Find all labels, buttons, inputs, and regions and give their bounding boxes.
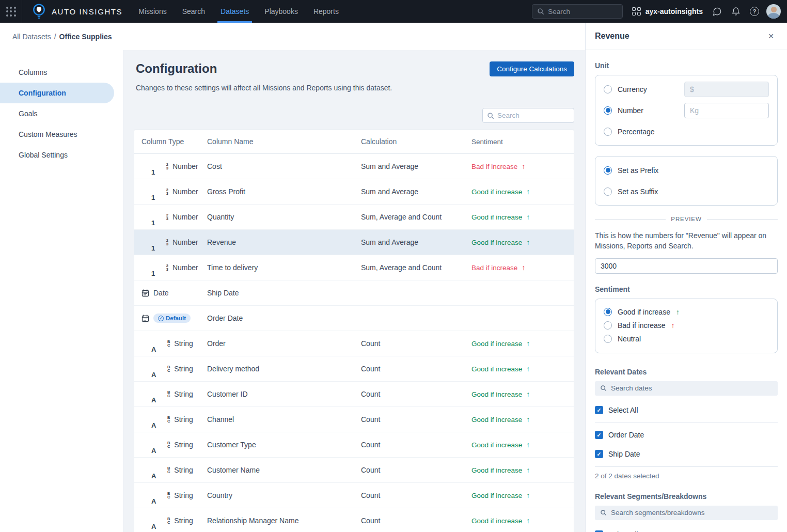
table-row[interactable]: 123NumberQuantitySum, Average and CountG…: [134, 205, 574, 230]
radio-checked[interactable]: [604, 308, 612, 316]
table-row[interactable]: ✓DefaultOrder Date: [134, 306, 574, 331]
topbar-search-input[interactable]: [548, 8, 618, 15]
table-row[interactable]: 123NumberTime to deliverySum, Average an…: [134, 255, 574, 280]
sentiment-cell[interactable]: Good if increase↑: [471, 213, 574, 221]
user-avatar[interactable]: [766, 4, 781, 19]
sentiment-cell[interactable]: Good if increase↑: [471, 491, 574, 499]
content-row: ColumnsConfigurationGoalsCustom Measures…: [0, 50, 585, 532]
table-row[interactable]: ABCStringCustomer TypeCountGood if incre…: [134, 432, 574, 458]
topbar-search[interactable]: [532, 4, 623, 19]
table-row[interactable]: DateShip Date: [134, 280, 574, 306]
sidebar-item-configuration[interactable]: Configuration: [0, 83, 114, 103]
nav-reports[interactable]: Reports: [306, 0, 347, 23]
sentiment-cell[interactable]: Good if increase↑: [471, 187, 574, 196]
left-region: All Datasets / Office Supplies ColumnsCo…: [0, 23, 585, 532]
sentiment-cell[interactable]: Good if increase↑: [471, 517, 574, 525]
segments-search[interactable]: [595, 506, 778, 520]
lightbulb-icon: [32, 4, 46, 19]
sentiment-option-good-if-increase[interactable]: Good if increase↑: [604, 305, 769, 319]
radio-checked[interactable]: [604, 106, 612, 115]
column-name-cell: Order Date: [207, 314, 361, 322]
segments-search-input[interactable]: [611, 509, 773, 517]
table-search-input[interactable]: [497, 112, 570, 119]
panel-header: Revenue ✕: [586, 23, 787, 50]
sentiment-cell[interactable]: Bad if increase↑: [471, 263, 574, 272]
dates-search[interactable]: [595, 381, 778, 396]
segments-select-all[interactable]: ✓ Select All: [595, 525, 778, 532]
sidebar-item-goals[interactable]: Goals: [0, 103, 114, 124]
sidebar-item-global-settings[interactable]: Global Settings: [0, 145, 114, 165]
preview-description: This is how the numbers for "Revenue" wi…: [595, 230, 778, 252]
table-row[interactable]: ABCStringCustomer IDCountGood if increas…: [134, 382, 574, 407]
sentiment-cell[interactable]: Bad if increase↑: [471, 162, 574, 170]
sentiment-cell[interactable]: Good if increase↑: [471, 441, 574, 449]
date-item-ship-date[interactable]: ✓Ship Date: [595, 445, 778, 464]
table-row[interactable]: ABCStringDelivery methodCountGood if inc…: [134, 356, 574, 382]
affix-option-set-as-suffix[interactable]: Set as Suffix: [604, 181, 769, 202]
workspace-icon[interactable]: [632, 7, 641, 16]
sentiment-cell[interactable]: Good if increase↑: [471, 365, 574, 373]
sentiment-label: Bad if increase: [471, 163, 517, 170]
sentiment-cell[interactable]: Good if increase↑: [471, 238, 574, 246]
sentiment-cell[interactable]: Good if increase↑: [471, 415, 574, 424]
table-row[interactable]: ABCStringOrderCountGood if increase↑: [134, 331, 574, 356]
account-name[interactable]: ayx-autoinsights: [646, 7, 703, 15]
table-row[interactable]: ABCStringRelationship Manager NameCountG…: [134, 508, 574, 532]
column-type-label: String: [174, 390, 193, 398]
column-type-cell: ABCString: [134, 512, 207, 530]
radio-unchecked[interactable]: [604, 335, 612, 343]
calculation-cell: Count: [361, 466, 471, 474]
chat-icon[interactable]: [712, 7, 722, 17]
column-type-cell: 123Number: [134, 183, 207, 201]
number-type-icon: 123: [141, 158, 168, 176]
table-row[interactable]: ABCStringCountryCountGood if increase↑: [134, 483, 574, 508]
unit-option-radio-number[interactable]: Number: [604, 106, 643, 115]
table-row[interactable]: 123NumberRevenueSum and AverageGood if i…: [134, 230, 574, 255]
close-icon[interactable]: ✕: [768, 32, 774, 40]
unit-option-label: Currency: [618, 85, 647, 93]
dates-select-all[interactable]: ✓ Select All: [595, 401, 778, 420]
topbar-right: ayx-autoinsights ?: [532, 4, 787, 19]
sentiment-cell[interactable]: Good if increase↑: [471, 466, 574, 474]
preview-value-input[interactable]: [595, 258, 778, 274]
radio-unchecked[interactable]: [604, 187, 612, 196]
checkbox-checked-icon[interactable]: ✓: [595, 406, 603, 414]
nav-datasets[interactable]: Datasets: [213, 0, 257, 23]
radio-unchecked[interactable]: [604, 85, 612, 93]
sentiment-option-neutral[interactable]: Neutral: [604, 332, 769, 346]
checkbox-checked-icon[interactable]: ✓: [595, 431, 603, 439]
sentiment-cell[interactable]: Good if increase↑: [471, 339, 574, 348]
nav-missions[interactable]: Missions: [131, 0, 174, 23]
unit-number-input[interactable]: [684, 103, 769, 118]
sentiment-cell[interactable]: Good if increase↑: [471, 390, 574, 398]
radio-checked[interactable]: [604, 166, 612, 175]
radio-unchecked[interactable]: [604, 128, 612, 136]
table-row[interactable]: 123NumberCostSum and AverageBad if incre…: [134, 154, 574, 179]
sentiment-option-bad-if-increase[interactable]: Bad if increase↑: [604, 319, 769, 332]
unit-option-radio-currency[interactable]: Currency: [604, 85, 647, 93]
app-switcher-button[interactable]: [0, 0, 22, 23]
unit-option-radio-percentage[interactable]: Percentage: [604, 128, 655, 136]
help-icon[interactable]: ?: [750, 7, 759, 16]
nav-playbooks[interactable]: Playbooks: [257, 0, 306, 23]
table-search[interactable]: [482, 108, 574, 123]
table-row[interactable]: ABCStringCustomer NameCountGood if incre…: [134, 458, 574, 483]
checkbox-checked-icon[interactable]: ✓: [595, 450, 603, 458]
configure-calculations-button[interactable]: Configure Calculations: [490, 61, 574, 76]
notifications-bell-icon[interactable]: [731, 7, 741, 17]
date-item-label: Ship Date: [608, 450, 640, 458]
app-logo[interactable]: AUTO INSIGHTS: [32, 4, 122, 19]
sidebar-item-custom-measures[interactable]: Custom Measures: [0, 124, 114, 145]
string-type-icon: ABC: [141, 487, 170, 505]
date-item-order-date[interactable]: ✓Order Date: [595, 426, 778, 445]
arrow-up-icon: ↑: [526, 415, 530, 424]
affix-option-set-as-prefix[interactable]: Set as Prefix: [604, 160, 769, 181]
radio-unchecked[interactable]: [604, 321, 612, 330]
sidebar-item-columns[interactable]: Columns: [0, 62, 114, 83]
affix-option-label: Set as Prefix: [618, 166, 658, 175]
breadcrumb-all-datasets[interactable]: All Datasets: [12, 33, 51, 41]
table-row[interactable]: ABCStringChannelCountGood if increase↑: [134, 407, 574, 432]
table-row[interactable]: 123NumberGross ProfitSum and AverageGood…: [134, 179, 574, 205]
dates-search-input[interactable]: [611, 384, 773, 392]
nav-search[interactable]: Search: [175, 0, 213, 23]
